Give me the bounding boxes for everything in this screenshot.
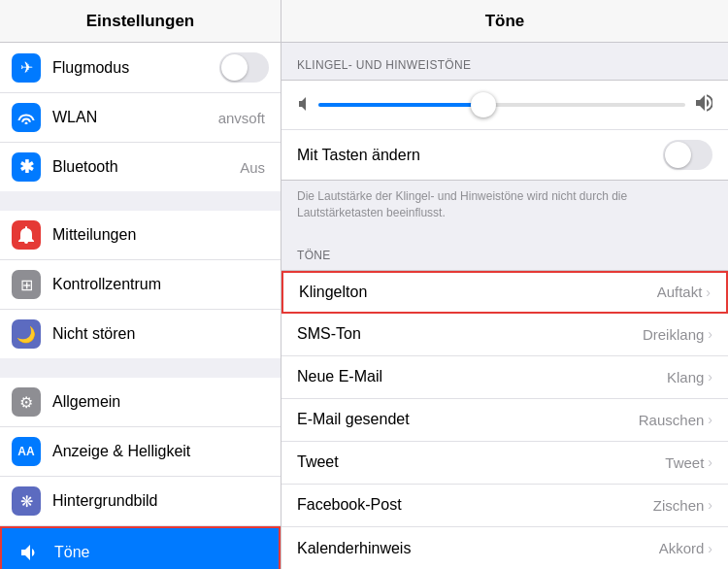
row-label: Klingelton <box>299 284 657 301</box>
sidebar-item-mitteilungen[interactable]: Mitteilungen <box>0 211 281 260</box>
sidebar-section-2: Mitteilungen ⊞ Kontrollzentrum 🌙 Nicht s… <box>0 211 281 358</box>
row-facebook-post[interactable]: Facebook-Post Zischen › <box>281 485 728 527</box>
row-klingelton[interactable]: Klingelton Auftakt › <box>281 271 728 314</box>
mit-tasten-row[interactable]: Mit Tasten ändern <box>281 129 728 180</box>
section2: TÖNE Klingelton Auftakt › SMS-Ton Dreikl… <box>281 233 728 569</box>
sidebar-item-label: Allgemein <box>52 393 269 411</box>
sidebar-item-label: Mitteilungen <box>52 226 269 244</box>
info-text: Die Lautstärke der Klingel- und Hinweist… <box>281 181 728 233</box>
toggle-knob <box>221 54 248 81</box>
section1-header: KLINGEL- UND HINWEISTÖNE <box>281 43 728 80</box>
row-value: Dreiklang <box>643 326 704 343</box>
toggle-knob <box>665 142 691 168</box>
sidebar-item-label: Bluetooth <box>52 158 240 176</box>
sidebar-item-label: Nicht stören <box>52 325 269 343</box>
chevron-icon: › <box>708 541 712 556</box>
volume-slider[interactable] <box>318 90 685 119</box>
sidebar-section-1: ✈ Flugmodus WLAN anvsoft ✱ Bluetooth Aus <box>0 43 281 191</box>
bluetooth-icon: ✱ <box>12 152 41 182</box>
app-header: Einstellungen Töne <box>0 0 728 43</box>
wallpaper-icon: ❋ <box>12 486 41 516</box>
chevron-icon: › <box>708 369 712 385</box>
sidebar-item-label: Flugmodus <box>52 59 219 77</box>
row-value: Zischen <box>653 497 705 514</box>
airplane-icon: ✈ <box>12 53 41 83</box>
toene-list: Klingelton Auftakt › SMS-Ton Dreiklang ›… <box>281 270 728 569</box>
row-email-gesendet[interactable]: E-Mail gesendet Rauschen › <box>281 399 728 442</box>
wlan-value: anvsoft <box>218 110 265 126</box>
sidebar-item-label: WLAN <box>52 109 218 126</box>
main-content: ✈ Flugmodus WLAN anvsoft ✱ Bluetooth Aus <box>0 43 728 569</box>
sidebar: ✈ Flugmodus WLAN anvsoft ✱ Bluetooth Aus <box>0 43 281 569</box>
flugmodus-toggle[interactable] <box>219 52 269 83</box>
header-left: Einstellungen <box>0 0 281 42</box>
slider-fill <box>318 103 483 107</box>
row-value: Akkord <box>659 540 705 556</box>
sounds-icon <box>14 538 43 567</box>
sidebar-item-label: Hintergrundbild <box>52 492 269 510</box>
row-label: Tweet <box>297 453 665 471</box>
sidebar-item-kontrollzentrum[interactable]: ⊞ Kontrollzentrum <box>0 260 281 310</box>
sidebar-item-hintergrundbild[interactable]: ❋ Hintergrundbild <box>0 477 281 526</box>
volume-low-icon <box>297 97 311 114</box>
display-icon: AA <box>12 437 41 466</box>
wifi-icon <box>12 103 41 132</box>
sidebar-item-wlan[interactable]: WLAN anvsoft <box>0 93 281 143</box>
row-value: Auftakt <box>657 284 703 300</box>
row-label: SMS-Ton <box>297 325 643 343</box>
header-left-title: Einstellungen <box>86 12 194 31</box>
donotdisturb-icon: 🌙 <box>12 319 41 349</box>
sidebar-item-allgemein[interactable]: ⚙ Allgemein <box>0 378 281 427</box>
header-right-title: Töne <box>485 12 525 31</box>
volume-row <box>281 81 728 129</box>
section1: KLINGEL- UND HINWEISTÖNE <box>281 43 728 233</box>
sidebar-item-flugmodus[interactable]: ✈ Flugmodus <box>0 43 281 93</box>
chevron-icon: › <box>708 326 712 342</box>
sidebar-item-label: Töne <box>54 544 267 561</box>
chevron-icon: › <box>708 412 712 427</box>
row-label: Kalenderhinweis <box>297 540 659 557</box>
row-tweet[interactable]: Tweet Tweet › <box>281 442 728 485</box>
chevron-icon: › <box>708 454 712 470</box>
sidebar-item-label: Anzeige & Helligkeit <box>52 443 269 460</box>
chevron-icon: › <box>706 284 711 300</box>
slider-thumb <box>471 92 496 117</box>
chevron-icon: › <box>708 497 712 513</box>
row-neue-email[interactable]: Neue E-Mail Klang › <box>281 356 728 399</box>
row-value: Rauschen <box>639 412 705 428</box>
slider-track <box>318 103 685 107</box>
sidebar-item-nichtstoren[interactable]: 🌙 Nicht stören <box>0 310 281 358</box>
sidebar-item-label: Kontrollzentrum <box>52 276 269 293</box>
mit-tasten-toggle[interactable] <box>663 140 712 170</box>
row-value: Tweet <box>665 454 704 471</box>
row-label: Facebook-Post <box>297 496 653 514</box>
row-value: Klang <box>667 369 704 385</box>
sidebar-section-3: ⚙ Allgemein AA Anzeige & Helligkeit ❋ Hi… <box>0 378 281 569</box>
mit-tasten-label: Mit Tasten ändern <box>297 147 663 164</box>
row-kalenderhinweis[interactable]: Kalenderhinweis Akkord › <box>281 527 728 569</box>
header-right: Töne <box>281 0 728 42</box>
section2-header: TÖNE <box>281 233 728 270</box>
sidebar-item-bluetooth[interactable]: ✱ Bluetooth Aus <box>0 143 281 191</box>
volume-high-icon <box>693 94 712 117</box>
notifications-icon <box>12 220 41 250</box>
general-icon: ⚙ <box>12 387 41 417</box>
sidebar-item-anzeige[interactable]: AA Anzeige & Helligkeit <box>0 427 281 477</box>
content-area: KLINGEL- UND HINWEISTÖNE <box>281 43 728 569</box>
volume-section: Mit Tasten ändern <box>281 80 728 181</box>
controlcenter-icon: ⊞ <box>12 270 41 299</box>
row-label: Neue E-Mail <box>297 368 667 385</box>
row-sms-ton[interactable]: SMS-Ton Dreiklang › <box>281 314 728 356</box>
row-label: E-Mail gesendet <box>297 411 639 428</box>
sidebar-item-toene[interactable]: Töne <box>0 526 281 569</box>
bluetooth-value: Aus <box>240 159 265 176</box>
